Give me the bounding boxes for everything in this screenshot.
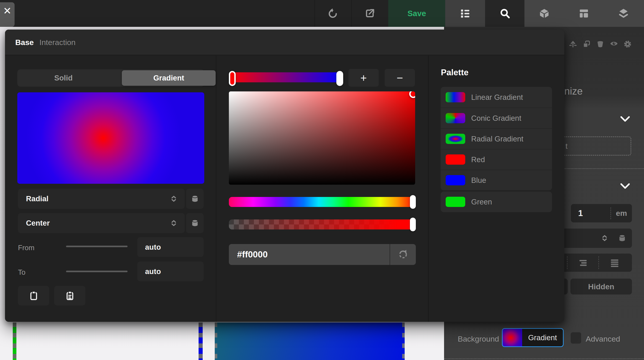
undo-button[interactable] bbox=[314, 0, 352, 27]
advanced-label[interactable]: Advanced bbox=[586, 335, 620, 344]
gradient-value-button[interactable]: Gradient bbox=[502, 328, 564, 347]
size-value[interactable]: 1 bbox=[578, 208, 610, 218]
database-icon[interactable] bbox=[186, 189, 204, 209]
gradient-stop-handle-blue[interactable] bbox=[336, 71, 343, 86]
conic-gradient-swatch bbox=[446, 113, 465, 123]
eye-icon[interactable] bbox=[610, 40, 618, 48]
top-toolbar: ✕ Save bbox=[0, 0, 644, 27]
palette-item-blue[interactable]: Blue bbox=[441, 170, 552, 190]
layout-button[interactable] bbox=[564, 0, 604, 27]
alpha-slider[interactable] bbox=[229, 219, 416, 229]
sv-cursor[interactable] bbox=[409, 91, 415, 98]
cube-icon bbox=[539, 8, 550, 19]
to-value: auto bbox=[145, 267, 161, 276]
list-view-button[interactable] bbox=[445, 0, 485, 27]
tab-base[interactable]: Base bbox=[15, 29, 34, 55]
stepper-icon[interactable] bbox=[600, 234, 609, 243]
palette-item-green[interactable]: Green bbox=[441, 191, 552, 212]
gradient-position-select[interactable]: Center bbox=[18, 213, 185, 233]
selection-dashes bbox=[215, 323, 217, 360]
align-right-icon[interactable] bbox=[578, 258, 588, 268]
copy-style-button[interactable] bbox=[18, 286, 49, 305]
hue-slider[interactable] bbox=[229, 197, 416, 207]
to-slider[interactable] bbox=[66, 271, 128, 272]
column-divider bbox=[216, 56, 216, 322]
input-divider bbox=[598, 256, 599, 269]
palette-list: Linear Gradient Conic Gradient Radial Gr… bbox=[441, 87, 552, 190]
palette-item-label: Red bbox=[471, 155, 485, 164]
selection-dashes bbox=[13, 323, 16, 360]
hex-color-input[interactable] bbox=[229, 244, 390, 265]
palette-item-label: Radial Gradient bbox=[471, 135, 523, 143]
copy-clipboard-icon bbox=[29, 291, 39, 301]
remove-stop-button[interactable]: − bbox=[384, 69, 415, 87]
view-mode-group bbox=[524, 0, 644, 27]
gradient-preview[interactable] bbox=[17, 92, 204, 184]
element-actions-toolbar bbox=[569, 40, 632, 48]
advanced-checkbox[interactable] bbox=[571, 332, 581, 344]
export-button[interactable] bbox=[352, 0, 388, 27]
database-icon[interactable] bbox=[618, 234, 627, 243]
to-value-input[interactable]: auto bbox=[137, 262, 204, 281]
canvas-gradient-element[interactable] bbox=[215, 323, 405, 360]
solid-tab[interactable]: Solid bbox=[17, 69, 110, 87]
gear-icon[interactable] bbox=[624, 40, 632, 48]
linear-gradient-swatch bbox=[446, 92, 465, 102]
size-input[interactable]: 1 em bbox=[571, 204, 632, 222]
chevron-down-icon[interactable] bbox=[620, 182, 630, 189]
layers-button[interactable] bbox=[604, 0, 643, 27]
gradient-position-row: Center bbox=[18, 213, 204, 233]
from-value: auto bbox=[145, 243, 161, 251]
palette-item-red[interactable]: Red bbox=[441, 149, 552, 170]
save-button-label: Save bbox=[408, 9, 426, 18]
paste-style-button[interactable] bbox=[54, 286, 86, 305]
plus-icon: + bbox=[360, 72, 367, 84]
reset-color-button[interactable] bbox=[390, 244, 416, 265]
gradient-picker-modal: Base Interaction Solid Gradient Radial C… bbox=[5, 29, 564, 322]
from-label: From bbox=[18, 244, 34, 252]
gradient-type-select[interactable]: Radial bbox=[18, 189, 185, 209]
gradient-type-row: Radial bbox=[18, 189, 204, 209]
undo-icon bbox=[328, 8, 338, 19]
stepper-icon[interactable] bbox=[169, 218, 178, 228]
gradient-tab[interactable]: Gradient bbox=[122, 70, 216, 86]
database-icon[interactable] bbox=[186, 213, 204, 233]
close-button[interactable]: ✕ bbox=[0, 2, 14, 27]
upload-icon[interactable] bbox=[569, 40, 577, 48]
stepper-icon[interactable] bbox=[169, 194, 178, 203]
add-stop-button[interactable]: + bbox=[348, 69, 379, 87]
saturation-value-picker[interactable] bbox=[229, 91, 415, 185]
palette-item-label: Blue bbox=[471, 176, 486, 185]
reset-icon bbox=[398, 249, 408, 260]
components-button[interactable] bbox=[524, 0, 564, 27]
save-button[interactable]: Save bbox=[388, 0, 445, 27]
copy-icon[interactable] bbox=[582, 40, 591, 48]
from-slider[interactable] bbox=[66, 246, 128, 247]
from-value-input[interactable]: auto bbox=[137, 237, 204, 257]
palette-item-label: Linear Gradient bbox=[471, 93, 523, 102]
palette-item-linear-gradient[interactable]: Linear Gradient bbox=[441, 87, 552, 108]
gradient-stop-handle-red[interactable] bbox=[229, 71, 236, 86]
canvas-blue-element[interactable] bbox=[198, 323, 203, 360]
hidden-button[interactable]: Hidden bbox=[570, 279, 632, 295]
column-divider bbox=[428, 56, 428, 322]
hue-slider-handle[interactable] bbox=[410, 195, 416, 209]
export-icon bbox=[364, 8, 375, 19]
alpha-slider-handle[interactable] bbox=[410, 218, 416, 231]
search-button[interactable] bbox=[485, 0, 524, 27]
tab-interaction[interactable]: Interaction bbox=[40, 29, 76, 55]
modal-header: Base Interaction bbox=[5, 29, 564, 55]
red-swatch bbox=[446, 155, 465, 165]
gradient-position-value: Center bbox=[26, 219, 169, 227]
layers-icon bbox=[618, 8, 629, 19]
chevron-down-icon[interactable] bbox=[620, 116, 630, 122]
canvas-green-element[interactable] bbox=[13, 323, 16, 360]
background-label[interactable]: Background bbox=[458, 335, 499, 344]
size-unit[interactable]: em bbox=[611, 209, 632, 218]
palette-item-conic-gradient[interactable]: Conic Gradient bbox=[441, 108, 552, 128]
input-divider bbox=[567, 256, 568, 269]
gradient-stops-track[interactable] bbox=[229, 72, 343, 82]
trash-icon[interactable] bbox=[596, 40, 604, 48]
justify-icon[interactable] bbox=[610, 258, 620, 268]
palette-item-radial-gradient[interactable]: Radial Gradient bbox=[441, 128, 552, 149]
